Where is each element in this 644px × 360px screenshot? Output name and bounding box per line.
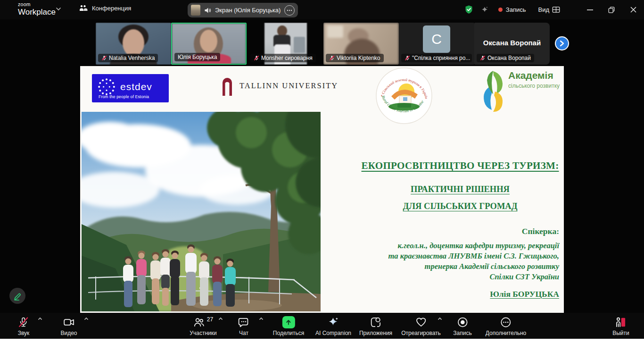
participants-count: 27 <box>207 316 213 323</box>
next-participants-page-button[interactable] <box>555 36 569 50</box>
meeting-toolbar: Звук Видео 27 Уч <box>0 313 644 339</box>
muted-mic-icon <box>329 55 335 61</box>
close-button[interactable] <box>622 0 644 19</box>
record-button[interactable]: Запись <box>453 316 471 336</box>
security-shield-icon[interactable] <box>464 5 474 15</box>
ai-companion-icon <box>327 316 339 328</box>
more-button[interactable]: Дополнительно <box>486 316 526 336</box>
muted-mic-icon <box>101 55 107 61</box>
ai-sparkle-icon[interactable] <box>480 6 489 14</box>
muted-mic-icon <box>480 55 486 61</box>
speaker-name: Юлія БОРУЦЬКА <box>361 289 559 299</box>
chat-bubble-icon <box>238 316 250 328</box>
muted-mic-icon <box>18 316 29 328</box>
annotate-button[interactable] <box>9 288 25 304</box>
audio-options-chevron[interactable] <box>38 317 42 320</box>
speaker-icon <box>204 7 211 14</box>
academy-logo: Академія сільського розвитку <box>482 70 560 112</box>
participant-name-label: Юлія Боруцька <box>174 53 220 61</box>
muted-mic-icon <box>254 55 259 61</box>
recording-dot-icon <box>498 8 503 12</box>
minimize-button[interactable] <box>579 0 601 19</box>
heart-icon <box>415 316 427 328</box>
rural-green-tourism-logo: * Сільський зелений туризм в Україні * R… <box>375 67 433 125</box>
video-tile-monsher[interactable]: Monsher сироварня <box>248 23 323 65</box>
estdev-dots-icon <box>98 78 116 96</box>
apps-button[interactable]: Приложения <box>359 316 392 336</box>
share-screen-icon <box>282 316 295 328</box>
restore-button[interactable] <box>601 0 622 19</box>
view-label: Вид <box>538 6 549 13</box>
desktop-background-strip <box>0 339 644 360</box>
share-options-button[interactable] <box>284 5 295 16</box>
academy-leaves-icon <box>482 70 504 112</box>
screen-share-pill[interactable]: Экран (Юлія Боруцька) <box>188 3 298 17</box>
video-tile-natalia[interactable]: Natalia Venherska <box>96 23 171 65</box>
view-button[interactable]: Вид <box>538 6 560 13</box>
video-tile-viktoriia[interactable]: Viktoriia Kiptenko <box>323 23 399 65</box>
participants-button[interactable]: 27 Участники <box>190 316 216 336</box>
camera-icon <box>63 316 75 328</box>
participant-name-label: Monsher сироварня <box>250 54 316 62</box>
participant-display-name: Оксана Воропай <box>474 39 550 47</box>
speaker-line: тренерка Академії сільського розвитку <box>361 261 559 272</box>
ai-companion-button[interactable]: AI Companion <box>315 316 351 336</box>
tallinn-arch-icon <box>222 76 233 96</box>
shared-screen-thumbnail <box>191 5 200 16</box>
shared-screen-slide: estdev From the people of Estonia TALLIN… <box>80 66 564 313</box>
participant-name-label: Viktoriia Kiptenko <box>326 54 384 62</box>
participants-options-chevron[interactable] <box>218 317 223 320</box>
chat-options-chevron[interactable] <box>259 317 264 320</box>
audio-button[interactable]: Звук <box>18 316 30 336</box>
participant-name-label: Оксана Воропай <box>477 54 534 62</box>
video-tile-yuliia-active-speaker[interactable]: Юлія Боруцька <box>171 23 247 65</box>
apps-icon <box>370 316 382 328</box>
estdev-logo: estdev From the people of Estonia <box>92 74 169 102</box>
speaker-heading: Спікерка: <box>361 226 559 236</box>
tab-conference-label: Конференция <box>92 5 131 12</box>
more-ellipsis-icon <box>500 316 512 328</box>
video-button[interactable]: Видео <box>60 316 77 336</box>
participant-name-label: Natalia Venherska <box>98 54 158 62</box>
participants-icon <box>193 316 206 328</box>
tallinn-university-label: TALLINN UNIVERSITY <box>239 81 338 91</box>
grid-view-icon <box>552 6 560 13</box>
slide-title-line3: ДЛЯ СІЛЬСЬКИХ ГРОМАД <box>361 201 559 211</box>
recording-label: Запись <box>506 6 526 13</box>
tallinn-university-logo: TALLINN UNIVERSITY <box>222 76 338 96</box>
estdev-wordmark: estdev <box>120 81 152 92</box>
slide-title-line1: ЕКОПРОСВІТНИЦТВО ЧЕРЕЗ ТУРИЗМ: <box>361 160 559 172</box>
group-photo <box>82 112 321 311</box>
zoom-meeting-window: zoom Workplace Конференция Экран (Юлія Б… <box>0 0 644 360</box>
tab-conference[interactable]: Конференция <box>79 5 131 12</box>
speaker-line: Спілки СЗТ України <box>361 272 559 282</box>
participants-group-icon <box>79 5 88 12</box>
brand-workplace: Workplace <box>18 8 56 16</box>
avatar-letter: C <box>423 25 450 53</box>
leave-meeting-icon <box>615 316 627 328</box>
academy-subtitle: сільського розвитку <box>508 83 560 89</box>
pencil-icon <box>13 291 22 301</box>
title-bar: zoom Workplace Конференция Экран (Юлія Б… <box>0 0 644 19</box>
zoom-workplace-logo: zoom Workplace <box>18 2 56 16</box>
brand-zoom: zoom <box>18 2 56 7</box>
share-pill-label: Экран (Юлія Боруцька) <box>215 7 281 14</box>
slide-text-block: ЕКОПРОСВІТНИЦТВО ЧЕРЕЗ ТУРИЗМ: ПРАКТИЧНІ… <box>361 160 559 299</box>
estdev-tagline: From the people of Estonia <box>99 94 149 99</box>
speaker-line: к.геол.н., доцентка кафедри туризму, рек… <box>361 241 559 251</box>
participant-name-label: "Спілка сприяння ро... <box>401 54 472 62</box>
recording-indicator[interactable]: Запись <box>498 6 526 13</box>
react-button[interactable]: Отреагировать <box>401 316 441 336</box>
video-options-chevron[interactable] <box>84 317 89 320</box>
react-options-chevron[interactable] <box>438 317 442 320</box>
chat-button[interactable]: Чат <box>238 316 250 336</box>
muted-mic-icon <box>405 55 410 61</box>
share-screen-button[interactable]: Поделиться <box>273 316 304 336</box>
video-tile-oksana[interactable]: Оксана Воропай Оксана Воропай <box>474 23 550 65</box>
chevron-down-icon[interactable] <box>56 7 61 11</box>
slide-title-line2: ПРАКТИЧНІ РІШЕННЯ <box>361 184 559 194</box>
academy-title: Академія <box>508 70 560 81</box>
leave-button[interactable]: Выйти <box>612 316 629 336</box>
video-tile-spilka[interactable]: C "Спілка сприяння ро... <box>399 23 474 65</box>
record-icon <box>456 316 469 328</box>
